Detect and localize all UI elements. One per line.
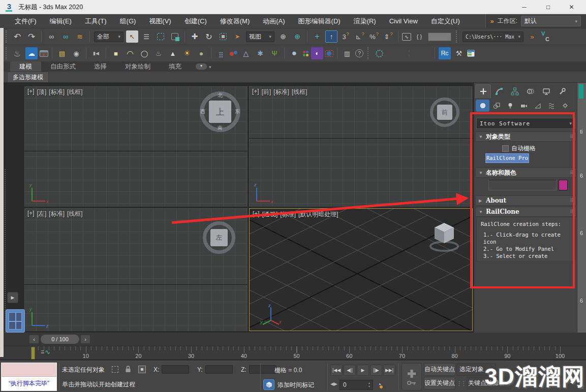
maximize-button[interactable]: □ [536, 0, 560, 14]
menu-item-0[interactable]: 文件(F) [8, 14, 43, 28]
z-coordinate-field[interactable] [249, 365, 276, 374]
select-and-place-icon[interactable]: ➤ [231, 30, 243, 43]
viewport-shading-menu[interactable]: [线框] [67, 210, 83, 218]
select-and-scale-icon[interactable] [220, 33, 227, 40]
menu-item-1[interactable]: 编辑(E) [43, 14, 78, 28]
selection-lock-icon[interactable] [125, 365, 131, 373]
unlink-selection-icon[interactable]: ∞ [59, 30, 72, 43]
menu-item-3[interactable]: 组(G) [113, 14, 143, 28]
percent-snap-icon[interactable]: %? [368, 30, 380, 43]
mini-curve-editor-icon[interactable]: ☰ ∿ [41, 348, 50, 356]
snap-3d-icon[interactable]: 3? [340, 30, 352, 43]
viewport-general-menu[interactable]: [+] [27, 88, 35, 96]
systems-category-icon[interactable] [558, 100, 572, 112]
rock-icon[interactable]: ✱ [254, 47, 266, 59]
select-and-rotate-icon[interactable]: ↻ [203, 30, 215, 43]
grass-icon[interactable]: Ψ [268, 47, 281, 59]
viewcube[interactable]: 北 南 西 东 上 [200, 91, 240, 132]
workspace-dropdown[interactable]: 默认 ▾ [521, 16, 581, 26]
go-to-end-button[interactable]: ▶▶| [383, 365, 395, 376]
viewport-pov-menu[interactable]: [顶] [37, 88, 47, 96]
frame-step-arrows[interactable]: ◀▶ [330, 381, 337, 386]
go-to-start-button[interactable]: |◀◀ [330, 365, 343, 376]
lights-category-icon[interactable] [503, 100, 517, 112]
film-camera-icon[interactable]: ▮◀ [90, 47, 102, 59]
previous-frame-button[interactable]: ◀|| [344, 365, 356, 376]
cone-light-icon[interactable]: ▲ [167, 47, 179, 59]
derrick-icon[interactable]: △ [240, 47, 252, 59]
dome-light-icon[interactable]: ◠ [124, 47, 136, 59]
viewcube[interactable]: 前 [430, 97, 459, 127]
menu-item-8[interactable]: 图形编辑器(D) [292, 14, 347, 28]
ribbon-minimize-icon[interactable]: ▾ [196, 63, 207, 70]
helpers-category-icon[interactable] [531, 100, 544, 112]
viewport-standard-menu[interactable]: [标准] [49, 88, 65, 96]
ribbon-tab-1[interactable]: 自由形式 [41, 61, 85, 72]
collapsed-panel-edge[interactable] [0, 28, 4, 357]
track-bar[interactable]: 102030405060708090100 ☰ ∿ [0, 346, 586, 361]
menu-item-5[interactable]: 创建(C) [178, 14, 213, 28]
spacewarps-category-icon[interactable] [544, 100, 558, 112]
panel-flyout-button[interactable]: ▶ [7, 292, 18, 303]
menu-item-11[interactable]: 自定义(U) [424, 14, 467, 28]
set-keys-button[interactable] [402, 363, 422, 390]
area-light-icon[interactable]: ■ [110, 47, 122, 59]
display-tab[interactable] [538, 84, 554, 98]
undo-icon[interactable]: ↶ [11, 30, 23, 43]
select-and-manipulate-icon[interactable]: ⊕ [291, 30, 303, 43]
y-coordinate-field[interactable] [205, 365, 233, 374]
close-button[interactable]: ✕ [560, 0, 583, 14]
hierarchy-tab[interactable] [507, 84, 522, 98]
project-folder-dropdown[interactable]: C:\Users\··· Max 2020▾ [462, 31, 523, 42]
add-time-tag-label[interactable]: 添加时间标记 [277, 381, 314, 389]
slate-material-editor-icon[interactable]: ◐ [311, 47, 323, 59]
motion-tab[interactable] [522, 84, 538, 98]
menu-item-9[interactable]: 渲染(R) [347, 14, 383, 28]
window-crossing-icon[interactable] [171, 33, 178, 40]
next-frame-button[interactable]: ||▶ [370, 365, 382, 376]
maxscript-mini-listener[interactable]: “执行脚本完毕” [1, 363, 57, 391]
viewcube-face[interactable]: 上 [209, 101, 231, 123]
frame-spinner[interactable]: ▴▾ [366, 380, 373, 390]
viewport-general-menu[interactable]: [+] [27, 210, 35, 218]
selection-region-icon[interactable] [112, 366, 118, 373]
maxscript-icon[interactable]: { } [413, 30, 425, 43]
ribbon-tab-3[interactable]: 对象绘制 [116, 61, 160, 72]
menu-item-7[interactable]: 动画(A) [256, 14, 291, 28]
menu-item-2[interactable]: 工具(T) [78, 14, 113, 28]
material-balls-icon[interactable] [302, 50, 309, 57]
sun-light-icon[interactable]: ☀ [181, 47, 193, 59]
viewport-top[interactable]: [+] [顶] [标准] [线框] 北 南 西 东 上 y x [24, 86, 248, 207]
tools-icon[interactable]: ⚒ [453, 47, 465, 59]
snaps-toggle-button[interactable]: ↑ [325, 30, 337, 43]
viewport-shading-menu[interactable]: [线框] [67, 88, 83, 96]
utilities-tab[interactable] [554, 84, 570, 98]
time-slider[interactable]: 0 / 100 [41, 335, 79, 344]
select-and-link-icon[interactable]: ∞ [45, 30, 57, 43]
ribbon-tab-4[interactable]: 填充 [160, 61, 191, 72]
snap-cross-icon[interactable]: + [311, 30, 323, 43]
light-lister-icon[interactable]: ▤ [56, 47, 68, 59]
create-tab[interactable] [475, 84, 491, 98]
geometry-category-icon[interactable] [476, 100, 489, 112]
minimize-button[interactable]: ─ [512, 0, 536, 14]
railclone-button[interactable]: Rc [439, 47, 451, 59]
viewport-pov-menu[interactable]: [前] [262, 88, 271, 96]
bind-to-spacewarp-icon[interactable]: ≋ [74, 30, 86, 43]
ribbon-tab-2[interactable]: 选择 [85, 61, 116, 72]
select-object-icon[interactable]: ↖ [126, 30, 138, 43]
disc-light-icon[interactable]: ◯ [138, 47, 150, 59]
viewport-left[interactable]: [+] [左] [标准] [线框] 左 y z [24, 208, 248, 331]
toolbar-overflow-icon[interactable]: » [526, 30, 538, 43]
viewport-shading-menu[interactable]: [线框] [292, 88, 307, 96]
chevron-down-icon[interactable]: ▾ [209, 64, 211, 70]
modify-tab[interactable] [491, 84, 507, 98]
use-pivot-point-icon[interactable]: ⊕ [277, 30, 289, 43]
reference-coordinate-dropdown[interactable]: 视图▾ [246, 31, 274, 42]
viewcube-face[interactable]: 左 [210, 229, 228, 246]
curve-editor-icon[interactable]: ∿ [402, 33, 411, 41]
molecule-icon[interactable] [229, 50, 238, 57]
x-coordinate-field[interactable] [162, 365, 189, 374]
play-button[interactable]: ▶ [357, 365, 369, 376]
menu-item-10[interactable]: Civil View [383, 14, 424, 28]
